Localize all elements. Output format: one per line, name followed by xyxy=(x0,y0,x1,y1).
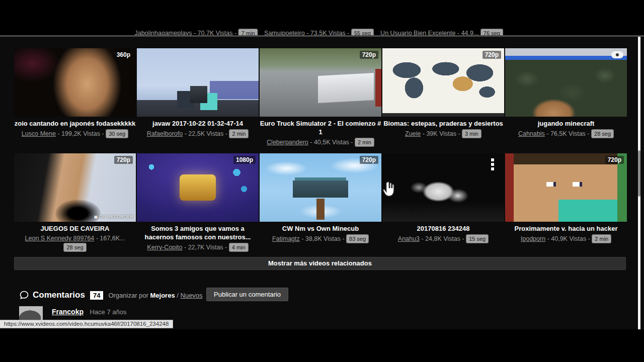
sort-newest-option[interactable]: Nuevos xyxy=(181,292,203,299)
uploader-link[interactable]: Anahu3 xyxy=(398,235,420,242)
uploader-link[interactable]: Rafaelborofo xyxy=(147,130,183,137)
video-title[interactable]: JUEGOS DE CAVEIRA xyxy=(14,224,136,233)
video-thumbnail[interactable]: 720p DU RECORDER xyxy=(14,153,136,222)
video-title[interactable]: Biomas: estepas, praderas y desiertos xyxy=(382,119,504,128)
duration-badge: 28 seg xyxy=(63,243,86,252)
comment-bubble-icon xyxy=(19,290,29,300)
video-thumbnail[interactable] xyxy=(382,153,504,222)
quality-badge: 720p xyxy=(360,156,378,164)
quality-badge: 720p xyxy=(114,156,133,164)
video-thumbnail[interactable] xyxy=(137,48,259,117)
video-title[interactable]: Somos 3 amigos que vamos a hacernos famo… xyxy=(137,224,259,241)
video-thumbnail[interactable]: 360p xyxy=(14,48,136,117)
video-meta: Cahnabis - 76,5K Vistas - 28 seg xyxy=(505,129,627,138)
video-meta: Zueie - 39K Vistas - 3 min xyxy=(382,129,504,138)
quality-badge: 720p xyxy=(360,51,378,59)
comments-header: Comentarios 74 Organizar por Mejores / N… xyxy=(19,288,203,302)
comments-sort: Organizar por Mejores / Nuevos xyxy=(108,292,202,299)
video-meta: Jabolinhagameplays - 70,7K Vistas - 7 mi… xyxy=(134,29,258,36)
quality-badge: 1080p xyxy=(233,156,256,164)
video-meta: Ipodporn - 40,9K Vistas - 2 min xyxy=(505,234,627,243)
video-meta: Fatimagtz - 38,8K Vistas - 83 seg xyxy=(260,234,381,243)
duration-badge: 2 min xyxy=(229,129,249,138)
video-card[interactable]: 720p Biomas: estepas, praderas y desiert… xyxy=(382,48,504,147)
video-title[interactable]: Euro Truck Simulator 2 - El comienzo # 1 xyxy=(260,119,381,136)
video-meta: Rafaelborofo - 22,5K Vistas - 2 min xyxy=(137,129,259,138)
video-card[interactable]: javaw 2017-10-22 01-32-47-14 Rafaelborof… xyxy=(137,48,259,147)
duration-badge: 3 min xyxy=(462,129,481,138)
video-card[interactable]: 360p zoio cantando en japonés fodasekkkk… xyxy=(14,48,136,147)
uploader-link[interactable]: Ipodporn xyxy=(521,235,545,242)
section-divider xyxy=(0,35,644,37)
video-thumbnail[interactable]: 1080p xyxy=(137,153,259,222)
video-thumbnail[interactable]: 720p xyxy=(260,153,381,222)
video-title[interactable]: Proximamente v. hacia un hacker xyxy=(505,224,627,233)
duration-badge: 83 seg xyxy=(346,234,369,243)
video-meta: Lusco Mene - 199,2K Vistas - 30 seg xyxy=(14,129,136,138)
quality-badge: 720p xyxy=(482,51,501,59)
duration-badge: 30 seg xyxy=(106,129,128,138)
kebab-menu-icon[interactable] xyxy=(491,158,494,172)
duration-badge: 4 min xyxy=(229,243,249,252)
comment-timestamp: Hace 7 años xyxy=(90,308,126,316)
video-title[interactable]: javaw 2017-10-22 01-32-47-14 xyxy=(137,119,259,128)
duration-badge: 7 min xyxy=(238,29,258,36)
quality-badge: 360p xyxy=(114,51,133,59)
uploader-link[interactable]: Cahnabis xyxy=(518,130,545,137)
duration-badge: 2 min xyxy=(355,138,374,147)
duration-badge: 76 seg xyxy=(480,29,503,36)
duration-badge: 55 seg xyxy=(351,29,374,36)
video-card[interactable]: 720p Proximamente v. hacia un hacker Ipo… xyxy=(505,153,627,252)
video-meta: Kerry-Copito - 22,7K Vistas - 4 min xyxy=(137,243,259,252)
video-thumbnail[interactable]: 720p xyxy=(260,48,381,117)
video-card[interactable]: jugando minecraft Cahnabis - 76,5K Vista… xyxy=(505,48,627,147)
video-meta: Un Usuario Bien Excelente - 44,9... 76 s… xyxy=(380,29,503,36)
vertical-scrollbar[interactable] xyxy=(638,37,640,329)
video-thumbnail[interactable]: 720p xyxy=(505,153,627,222)
comments-count-badge: 74 xyxy=(90,291,103,300)
video-title[interactable]: jugando minecraft xyxy=(505,119,627,128)
video-thumbnail[interactable] xyxy=(505,48,627,117)
scrollbar-thumb[interactable] xyxy=(638,150,640,197)
video-card[interactable]: 720p Euro Truck Simulator 2 - El comienz… xyxy=(260,48,381,147)
comments-title: Comentarios xyxy=(33,290,85,300)
uploader-link[interactable]: Fatimagtz xyxy=(272,235,300,242)
video-title[interactable]: 20170816 234248 xyxy=(382,224,504,233)
scrolled-off-video-row: Jabolinhagameplays - 70,7K Vistas - 7 mi… xyxy=(0,29,644,36)
recorder-watermark: DU RECORDER xyxy=(94,214,133,219)
page: Jabolinhagameplays - 70,7K Vistas - 7 mi… xyxy=(0,0,644,362)
show-more-videos-button[interactable]: Mostrar más videos relacionados xyxy=(14,257,626,270)
status-bar-url: https://www.xvideos.com/video.hcumuvka46… xyxy=(0,320,173,328)
video-thumbnail[interactable]: 720p xyxy=(382,48,504,117)
video-meta: Cleberpandero - 40,5K Vistas - 2 min xyxy=(260,138,381,147)
video-meta: Leon S Kennedy 899764 - 167,6K... 28 seg xyxy=(14,234,136,252)
video-title[interactable]: zoio cantando en japonés fodasekkkkk xyxy=(14,119,136,128)
uploader-link[interactable]: Zueie xyxy=(405,130,421,137)
related-videos-row-1: 360p zoio cantando en japonés fodasekkkk… xyxy=(14,48,626,147)
duration-badge: 28 seg xyxy=(591,129,614,138)
duration-badge: 15 seg xyxy=(466,234,489,243)
video-meta: Anahu3 - 24,8K Vistas - 15 seg xyxy=(382,234,504,243)
uploader-link[interactable]: Cleberpandero xyxy=(267,139,308,146)
uploader-link[interactable]: Kerry-Copito xyxy=(147,244,182,251)
uploader-link[interactable]: Leon S Kennedy 899764 xyxy=(25,235,95,242)
video-card[interactable]: 1080p Somos 3 amigos que vamos a hacerno… xyxy=(137,153,259,252)
quality-badge: 720p xyxy=(605,156,624,164)
comment-author-link[interactable]: Francokp xyxy=(52,308,84,316)
video-meta: Samuipoeteiro - 73,5K Vistas - 55 seg xyxy=(264,29,374,36)
related-videos-row-2: 720p DU RECORDER JUEGOS DE CAVEIRA Leon … xyxy=(14,153,626,252)
views-eye-icon xyxy=(611,51,623,58)
sort-best-option[interactable]: Mejores xyxy=(150,292,175,299)
video-card[interactable]: 720p DU RECORDER JUEGOS DE CAVEIRA Leon … xyxy=(14,153,136,252)
video-title[interactable]: CW Nm vs Own Minecub xyxy=(260,224,381,233)
duration-badge: 2 min xyxy=(592,234,611,243)
video-card[interactable]: 720p CW Nm vs Own Minecub Fatimagtz - 38… xyxy=(260,153,381,252)
post-comment-button[interactable]: Publicar un comentario xyxy=(206,288,288,301)
video-card[interactable]: 20170816 234248 Anahu3 - 24,8K Vistas - … xyxy=(382,153,504,252)
uploader-link[interactable]: Lusco Mene xyxy=(22,130,56,137)
